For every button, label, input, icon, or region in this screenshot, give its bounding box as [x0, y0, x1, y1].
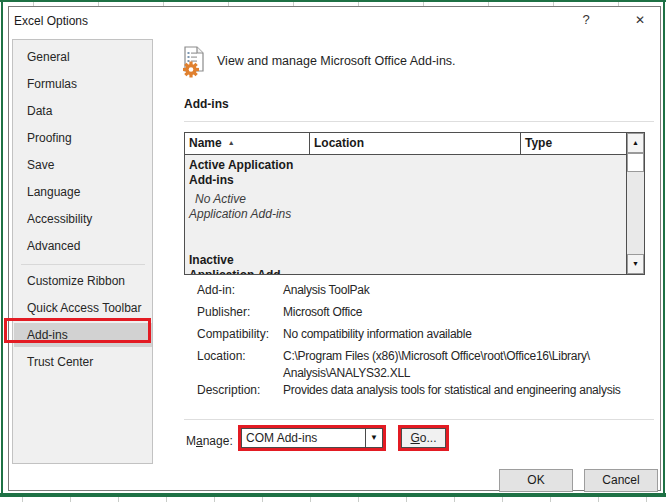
chevron-down-icon[interactable]: ▼: [365, 429, 382, 447]
add-ins-listbox: Name▲ Location Type Active Application A…: [184, 132, 645, 275]
excel-gridline: [646, 497, 647, 502]
sidebar-item-data[interactable]: Data: [14, 98, 152, 125]
excel-gridline: [166, 497, 167, 502]
section-divider: [184, 121, 654, 122]
excel-gridline: [118, 497, 119, 502]
group-inactive-addins-line2: Application Add: [189, 268, 281, 274]
excel-gridline: [406, 497, 407, 502]
sidebar-item-save[interactable]: Save: [14, 152, 152, 179]
list-body: Active Application Add-ins No Active App…: [185, 155, 626, 274]
sidebar-item-language[interactable]: Language: [14, 179, 152, 206]
entry-no-active-line1: No Active: [195, 192, 246, 207]
go-button-accel: G: [410, 431, 419, 445]
page-heading: View and manage Microsoft Office Add-ins…: [217, 54, 456, 68]
red-annotation-box-add-ins: [4, 318, 151, 343]
scrollbar-down-icon[interactable]: ▼: [627, 254, 644, 274]
help-icon[interactable]: ?: [575, 10, 597, 30]
detail-label-add-in: Add-in:: [197, 282, 235, 299]
manage-dropdown-value: COM Add-ins: [242, 429, 365, 447]
cancel-button[interactable]: Cancel: [584, 469, 658, 492]
close-icon[interactable]: ✕: [629, 10, 651, 30]
column-header-name-label: Name: [189, 136, 222, 150]
excel-gridline: [22, 497, 23, 502]
group-active-addins-line1: Active Application: [189, 158, 293, 173]
sidebar-item-general[interactable]: General: [14, 44, 152, 71]
excel-border-left: [1, 0, 3, 495]
detail-value-location-line2: Analysis\ANALYS32.XLL: [283, 365, 410, 382]
excel-gridline: [262, 497, 263, 502]
detail-value-description: Provides data analysis tools for statist…: [283, 382, 621, 399]
excel-gridline: [550, 497, 551, 502]
excel-gridline: [454, 497, 455, 502]
list-header-row: Name▲ Location Type: [185, 133, 626, 155]
excel-bottom-bar: [0, 493, 666, 497]
excel-gridline: [70, 497, 71, 502]
red-annotation-box-dropdown: COM Add-ins ▼: [238, 425, 386, 451]
sidebar-item-accessibility[interactable]: Accessibility: [14, 206, 152, 233]
list-scrollbar[interactable]: ▲ ▼: [626, 133, 644, 274]
sort-ascending-icon: ▲: [228, 139, 235, 146]
sidebar-item-trust-center[interactable]: Trust Center: [14, 349, 152, 376]
excel-border-right: [663, 0, 665, 495]
manage-label-post: nage:: [203, 434, 233, 448]
addin-document-gear-icon: [182, 46, 210, 78]
sidebar-item-proofing[interactable]: Proofing: [14, 125, 152, 152]
sidebar-item-formulas[interactable]: Formulas: [14, 71, 152, 98]
excel-gridline: [358, 497, 359, 502]
ok-button[interactable]: OK: [499, 469, 573, 492]
detail-label-publisher: Publisher:: [197, 304, 250, 321]
excel-gridline: [502, 497, 503, 502]
group-active-addins-line2: Add-ins: [189, 173, 234, 188]
sidebar-item-advanced[interactable]: Advanced: [14, 233, 152, 260]
entry-no-active-line2: Application Add-ins: [189, 207, 291, 222]
scrollbar-up-icon[interactable]: ▲: [627, 133, 644, 153]
group-inactive-addins-line1: Inactive: [189, 253, 234, 268]
excel-gridline: [214, 497, 215, 502]
sidebar-item-customize-ribbon[interactable]: Customize Ribbon: [14, 268, 152, 295]
detail-label-compatibility: Compatibility:: [197, 326, 269, 343]
detail-value-publisher: Microsoft Office: [283, 304, 362, 321]
dialog-title: Excel Options: [14, 12, 88, 30]
sidebar-divider: [21, 264, 145, 265]
detail-value-compatibility: No compatibility information available: [283, 326, 472, 343]
detail-value-add-in: Analysis ToolPak: [283, 282, 370, 299]
detail-value-location-line1: C:\Program Files (x86)\Microsoft Office\…: [283, 348, 590, 365]
manage-label-pre: M: [186, 434, 196, 448]
detail-label-description: Description:: [197, 382, 260, 399]
manage-divider: [184, 419, 654, 420]
excel-gridline: [310, 497, 311, 502]
column-header-type[interactable]: Type: [521, 133, 626, 155]
scrollbar-thumb[interactable]: [627, 153, 644, 172]
excel-gridline: [598, 497, 599, 502]
add-ins-list: Name▲ Location Type Active Application A…: [185, 133, 626, 274]
go-button-rest: o...: [420, 431, 437, 445]
manage-label: Manage:: [186, 431, 233, 451]
column-header-name[interactable]: Name▲: [185, 133, 310, 155]
excel-border-top: [0, 0, 666, 2]
manage-label-accel: a: [196, 434, 203, 448]
excel-options-dialog: Excel Options ? ✕ General Formulas Data …: [8, 6, 661, 491]
column-header-location[interactable]: Location: [310, 133, 521, 155]
detail-label-location: Location:: [197, 348, 246, 365]
go-button[interactable]: Go...: [401, 428, 446, 448]
manage-dropdown[interactable]: COM Add-ins ▼: [241, 428, 383, 448]
sidebar: General Formulas Data Proofing Save Lang…: [12, 39, 153, 464]
column-header-location-label: Location: [314, 136, 364, 150]
column-header-type-label: Type: [525, 136, 552, 150]
red-annotation-box-go: Go...: [398, 425, 449, 451]
section-title-add-ins: Add-ins: [184, 97, 229, 111]
